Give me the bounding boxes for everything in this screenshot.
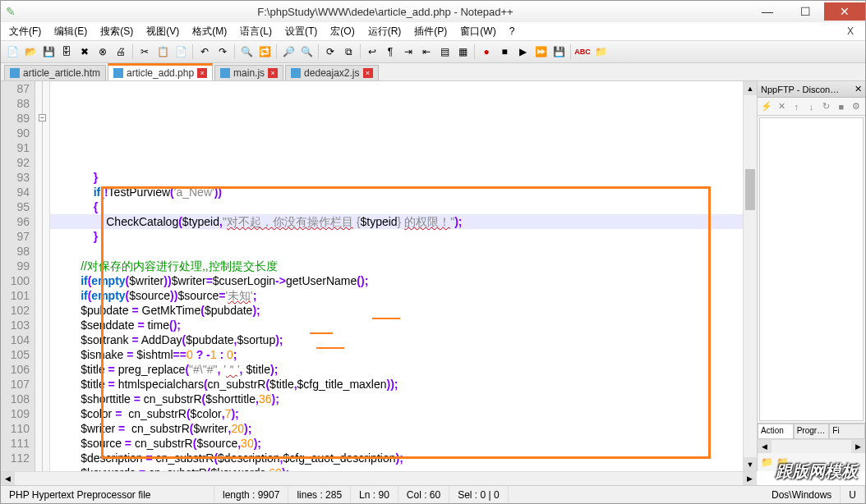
code-line[interactable]: //对保存的内容进行处理,,控制提交长度 bbox=[50, 259, 743, 273]
show-all-icon[interactable]: ¶ bbox=[382, 44, 398, 60]
unfold-icon[interactable]: ▦ bbox=[454, 44, 471, 60]
panel-tab-progress[interactable]: Progr… bbox=[794, 424, 830, 439]
panel-tab-action[interactable]: Action bbox=[758, 424, 794, 439]
save-all-icon[interactable]: 🗄 bbox=[58, 44, 75, 60]
menu-help[interactable]: ? bbox=[504, 24, 520, 39]
print-icon[interactable]: 🖨 bbox=[113, 44, 129, 60]
download-icon[interactable]: ↓ bbox=[805, 100, 817, 113]
tab-close-icon[interactable]: × bbox=[363, 68, 373, 78]
scroll-down-icon[interactable]: ▼ bbox=[744, 457, 757, 471]
close-all-icon[interactable]: ⊗ bbox=[94, 44, 111, 60]
panel-tree[interactable] bbox=[759, 117, 864, 421]
code-line[interactable]: $color = cn_substrR($color,7); bbox=[50, 406, 743, 421]
code-line[interactable]: $source = cn_substrR($source,30); bbox=[50, 436, 743, 451]
code-line[interactable]: { bbox=[50, 199, 743, 214]
code-line[interactable]: $title = preg_replace("#\"#", '＂', $titl… bbox=[50, 362, 743, 377]
ftp-icon[interactable]: 📁 bbox=[592, 44, 609, 60]
menu-macro[interactable]: 宏(O) bbox=[325, 23, 359, 40]
copy-icon[interactable]: 📋 bbox=[154, 44, 171, 60]
code-line[interactable]: if(!TestPurview('a_New')) bbox=[50, 185, 743, 199]
menu-window[interactable]: 窗口(W) bbox=[455, 23, 500, 40]
code-line[interactable]: $writer = cn_substrR($writer,20); bbox=[50, 421, 743, 436]
menubar-close-x[interactable]: X bbox=[839, 24, 862, 39]
cut-icon[interactable]: ✂ bbox=[136, 44, 153, 60]
close-file-icon[interactable]: ✖ bbox=[76, 44, 93, 60]
redo-icon[interactable]: ↷ bbox=[214, 44, 231, 60]
tab-close-icon[interactable]: × bbox=[197, 68, 207, 78]
scroll-up-icon[interactable]: ▲ bbox=[744, 81, 757, 95]
panel-hscroll[interactable]: ◀ ▶ bbox=[758, 439, 865, 453]
menu-edit[interactable]: 编辑(E) bbox=[49, 23, 92, 40]
tab-close-icon[interactable]: × bbox=[268, 68, 278, 78]
undo-icon[interactable]: ↶ bbox=[196, 44, 213, 60]
open-file-icon[interactable]: 📂 bbox=[22, 44, 39, 60]
code-line[interactable]: if(empty($source))$source='未知'; bbox=[50, 288, 743, 303]
tab-article-article[interactable]: article_article.htm bbox=[4, 65, 106, 80]
code-line[interactable]: $senddate = time(); bbox=[50, 318, 743, 332]
menu-run[interactable]: 运行(R) bbox=[363, 23, 407, 40]
fast-icon[interactable]: ⏩ bbox=[532, 44, 549, 60]
wrap-icon[interactable]: ↩ bbox=[364, 44, 380, 60]
zoom-out-icon[interactable]: 🔍 bbox=[298, 44, 315, 60]
titlebar[interactable]: ✎ F:\phpStudy\WWW\dede\article_add.php -… bbox=[1, 1, 865, 22]
paste-icon[interactable]: 📄 bbox=[173, 44, 189, 60]
code-area[interactable]: } if(!TestPurview('a_New')) { CheckCatal… bbox=[50, 81, 743, 471]
replace-icon[interactable]: 🔁 bbox=[256, 44, 273, 60]
connect-icon[interactable]: ⚡ bbox=[761, 100, 772, 113]
sync-icon[interactable]: ⟳ bbox=[322, 44, 339, 60]
vertical-scrollbar[interactable]: ▲ ▼ bbox=[743, 81, 757, 471]
scroll-right-icon[interactable]: ▶ bbox=[743, 472, 757, 485]
code-line[interactable]: $pubdate = GetMkTime($pubdate); bbox=[50, 303, 743, 318]
spellcheck-icon[interactable]: ABC bbox=[574, 44, 591, 60]
fold-minus-icon[interactable]: − bbox=[39, 114, 46, 121]
code-editor[interactable]: 8788899091929394959697989910010110210310… bbox=[1, 81, 743, 471]
menu-file[interactable]: 文件(F) bbox=[4, 23, 46, 40]
new-file-icon[interactable]: 📄 bbox=[4, 44, 21, 60]
tab-article-add[interactable]: article_add.php × bbox=[108, 63, 213, 80]
scroll-right-icon[interactable]: ▶ bbox=[851, 440, 865, 453]
indent-icon[interactable]: ⇥ bbox=[400, 44, 417, 60]
code-line[interactable]: if(empty($writer))$writer=$cuserLogin->g… bbox=[50, 273, 743, 288]
zoom-in-icon[interactable]: 🔎 bbox=[280, 44, 297, 60]
code-line[interactable]: $description = cn_substrR($description,$… bbox=[50, 451, 743, 465]
scroll-left-icon[interactable]: ◀ bbox=[758, 440, 772, 453]
code-line[interactable]: CheckCatalog($typeid,"对不起，你没有操作栏目 {$type… bbox=[50, 214, 743, 229]
menu-settings[interactable]: 设置(T) bbox=[280, 23, 322, 40]
clone-icon[interactable]: ⧉ bbox=[340, 44, 357, 60]
outdent-icon[interactable]: ⇤ bbox=[418, 44, 435, 60]
upload-icon[interactable]: ↑ bbox=[790, 100, 802, 113]
menu-format[interactable]: 格式(M) bbox=[187, 23, 232, 40]
fold-column[interactable]: − bbox=[35, 81, 50, 471]
menu-language[interactable]: 语言(L) bbox=[235, 23, 277, 40]
code-line[interactable]: $keywords = cn_substrR($keywords,60); bbox=[50, 465, 743, 471]
tab-dedeajax2-js[interactable]: dedeajax2.js × bbox=[285, 65, 378, 80]
save-macro-icon[interactable]: 💾 bbox=[550, 44, 567, 60]
maximize-button[interactable]: ☐ bbox=[786, 2, 824, 21]
menu-view[interactable]: 视图(V) bbox=[141, 23, 184, 40]
play-icon[interactable]: ▶ bbox=[514, 44, 531, 60]
refresh-icon[interactable]: ↻ bbox=[821, 100, 832, 113]
save-icon[interactable]: 💾 bbox=[40, 44, 57, 60]
code-line[interactable]: $ismake = $ishtml==0 ? -1 : 0; bbox=[50, 347, 743, 362]
panel-title[interactable]: NppFTP - Discon… ✕ bbox=[758, 81, 865, 98]
stop-icon[interactable]: ■ bbox=[496, 44, 513, 60]
code-line[interactable]: $sortrank = AddDay($pubdate,$sortup); bbox=[50, 332, 743, 347]
disconnect-icon[interactable]: ✕ bbox=[776, 100, 787, 113]
fold-icon[interactable]: ▤ bbox=[436, 44, 453, 60]
menu-search[interactable]: 搜索(S) bbox=[95, 23, 138, 40]
tab-main-js[interactable]: main.js × bbox=[214, 65, 283, 80]
close-button[interactable]: ✕ bbox=[824, 2, 865, 21]
panel-tab-file[interactable]: Fi bbox=[829, 424, 865, 439]
code-line[interactable]: $shorttitle = cn_substrR($shorttitle,36)… bbox=[50, 392, 743, 406]
minimize-button[interactable]: — bbox=[749, 2, 786, 21]
editor-hscroll[interactable]: ◀ ▶ bbox=[1, 471, 757, 485]
panel-close-icon[interactable]: ✕ bbox=[854, 84, 862, 94]
code-line[interactable]: } bbox=[50, 229, 743, 244]
settings-icon[interactable]: ⚙ bbox=[850, 100, 862, 113]
scroll-thumb[interactable] bbox=[745, 169, 755, 210]
menu-plugins[interactable]: 插件(P) bbox=[409, 23, 452, 40]
code-line[interactable] bbox=[50, 244, 743, 259]
code-line[interactable]: $title = htmlspecialchars(cn_substrR($ti… bbox=[50, 377, 743, 392]
find-icon[interactable]: 🔍 bbox=[238, 44, 255, 60]
code-line[interactable]: } bbox=[50, 170, 743, 185]
